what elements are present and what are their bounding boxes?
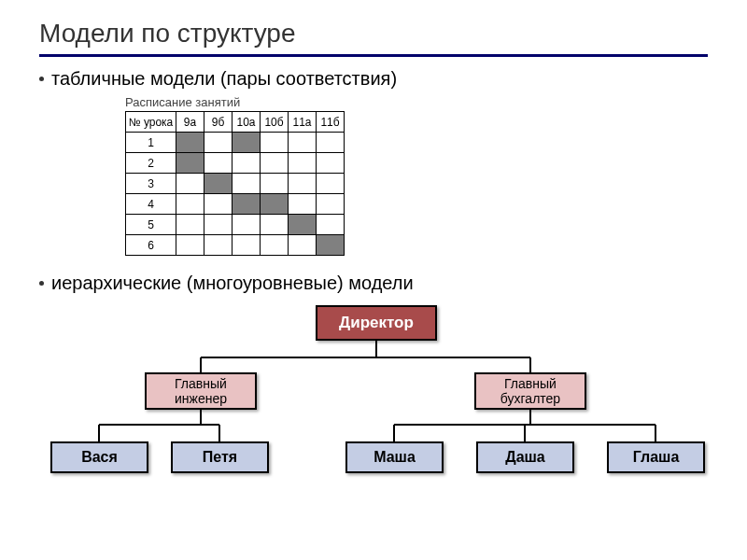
row-num: 1 [126,133,176,153]
schedule-caption: Расписание занятий [125,95,708,109]
node-leaf-3: Маша [345,441,444,473]
node-chief-accountant: Главныйбухгалтер [474,372,586,410]
row-num: 6 [126,235,176,256]
node-leaf-4: Даша [476,441,574,473]
table-header-row: № урока 9а 9б 10а 10б 11а 11б [126,112,345,133]
table-row: 1 [126,133,345,153]
hierarchy-diagram: Директор Главныйинженер Главныйбухгалтер… [39,305,708,511]
table-row: 2 [126,153,345,174]
bullet-hierarchical: иерархические (многоуровневые) модели [39,273,708,294]
schedule-table-wrap: Расписание занятий № урока 9а 9б 10а 10б… [125,95,708,256]
bullet-hierarchical-label: иерархические (многоуровневые) модели [51,273,414,294]
bullet-tabular-label: табличные модели (пары соответствия) [51,68,397,90]
row-num: 2 [126,153,176,174]
schedule-table: № урока 9а 9б 10а 10б 11а 11б 1 2 3 4 5 … [125,111,345,256]
col-header: 11б [317,112,345,133]
row-num: 3 [126,174,176,194]
table-row: 5 [126,215,345,235]
node-leaf-2: Петя [171,441,269,473]
bullet-dot-icon [39,77,44,81]
bullet-dot-icon [39,281,44,286]
title-underline [39,54,708,57]
bullet-tabular: табличные модели (пары соответствия) [39,68,708,90]
row-num: 4 [126,194,176,215]
table-row: 3 [126,174,345,194]
col-header: 10б [261,112,289,133]
col-header: 10а [233,112,261,133]
page-title: Модели по структуре [39,19,708,49]
row-header-label: № урока [126,112,176,133]
table-row: 6 [126,235,345,256]
row-num: 5 [126,215,176,235]
col-header: 11а [289,112,317,133]
col-header: 9а [176,112,204,133]
node-chief-engineer: Главныйинженер [145,372,257,410]
node-leaf-5: Глаша [607,441,705,473]
node-director: Директор [316,305,437,341]
node-leaf-1: Вася [50,441,148,473]
table-row: 4 [126,194,345,215]
col-header: 9б [204,112,233,133]
